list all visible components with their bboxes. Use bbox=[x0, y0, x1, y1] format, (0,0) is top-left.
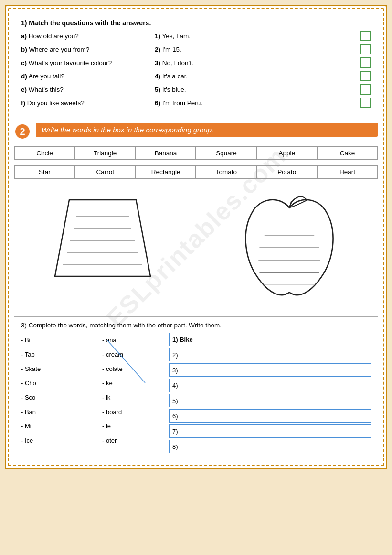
answer-1: 1) Yes, I am. bbox=[155, 33, 357, 40]
answer-box-5[interactable]: 5) bbox=[169, 394, 371, 407]
left-bi: - Bi bbox=[21, 333, 97, 347]
section3-title: 3) Complete the words, matching them wit… bbox=[21, 322, 371, 329]
word-heart: Heart bbox=[317, 165, 378, 178]
left-skate: - Skate bbox=[21, 361, 97, 376]
section2-number: 2 bbox=[14, 123, 31, 140]
match-row-f: f) Do you like sweets? 6) I'm from Peru. bbox=[21, 98, 371, 108]
right-lk: - lk bbox=[102, 390, 164, 404]
col-right: 1) Bike 2) 3) 4) 5) 6) 7) 8) bbox=[169, 333, 371, 455]
question-c: c) What's your favourite colour? bbox=[21, 59, 155, 66]
section3: 3) Complete the words, matching them wit… bbox=[14, 316, 378, 460]
word-apple: Apple bbox=[256, 147, 317, 160]
right-cream: - cream bbox=[102, 347, 164, 361]
answer-6: 6) I'm from Peru. bbox=[155, 99, 357, 107]
word-triangle: Triangle bbox=[75, 147, 136, 160]
match-row-e: e) What's this? 5) It's blue. bbox=[21, 84, 371, 95]
word-banana: Banana bbox=[136, 147, 196, 160]
checkbox-6[interactable] bbox=[360, 98, 371, 108]
checkbox-4[interactable] bbox=[360, 71, 371, 81]
left-ban: - Ban bbox=[21, 404, 97, 419]
word-star: Star bbox=[14, 165, 75, 178]
match-row-c: c) What's your favourite colour? 3) No, … bbox=[21, 57, 371, 68]
right-oter: - oter bbox=[102, 433, 164, 447]
word-grid-row1: Circle Triangle Banana Square Apple Cake bbox=[14, 146, 378, 160]
page: ESLprintables.com 1) Match the questions… bbox=[5, 5, 387, 469]
word-circle: Circle bbox=[14, 147, 75, 160]
word-potato: Potato bbox=[256, 165, 317, 178]
word-carrot: Carrot bbox=[75, 165, 136, 178]
section1: 1) Match the questions with the answers.… bbox=[14, 14, 378, 116]
drawing-area bbox=[14, 185, 378, 310]
trapezoid-svg bbox=[50, 190, 155, 286]
answer-box-8[interactable]: 8) bbox=[169, 440, 371, 453]
left-cho: - Cho bbox=[21, 376, 97, 390]
apple-container bbox=[232, 190, 347, 305]
checkbox-3[interactable] bbox=[360, 57, 371, 68]
svg-marker-0 bbox=[55, 200, 150, 276]
answer-box-3[interactable]: 3) bbox=[169, 363, 371, 377]
right-colate: - colate bbox=[102, 361, 164, 376]
answer-box-4[interactable]: 4) bbox=[169, 379, 371, 392]
answer-box-2[interactable]: 2) bbox=[169, 348, 371, 361]
right-ana: - ana bbox=[102, 333, 164, 347]
left-tab: - Tab bbox=[21, 347, 97, 361]
answer-2: 2) I'm 15. bbox=[155, 46, 357, 53]
word-tomato: Tomato bbox=[196, 165, 256, 178]
section2-header: Write the words in the box in the corres… bbox=[36, 123, 378, 137]
answer-5: 5) It's blue. bbox=[155, 86, 357, 93]
question-d: d) Are you tall? bbox=[21, 73, 155, 80]
checkbox-1[interactable] bbox=[360, 31, 371, 41]
question-e: e) What's this? bbox=[21, 86, 155, 93]
shapes-container bbox=[45, 190, 160, 295]
answer-box-6[interactable]: 6) bbox=[169, 409, 371, 423]
match-row-d: d) Are you tall? 4) It's a car. bbox=[21, 71, 371, 81]
right-board: - board bbox=[102, 404, 164, 419]
match-row-a: a) How old are you? 1) Yes, I am. bbox=[21, 31, 371, 41]
left-ice: - Ice bbox=[21, 433, 97, 447]
col-left: - Bi - Tab - Skate - Cho - Sco - Ban - M… bbox=[21, 333, 97, 455]
word-square: Square bbox=[196, 147, 256, 160]
col-middle: - ana - cream - colate - ke - lk - board… bbox=[102, 333, 164, 455]
question-b: b) Where are you from? bbox=[21, 46, 155, 53]
word-cake: Cake bbox=[317, 147, 378, 160]
question-f: f) Do you like sweets? bbox=[21, 99, 155, 107]
answer-box-7[interactable]: 7) bbox=[169, 424, 371, 438]
checkbox-2[interactable] bbox=[360, 44, 371, 54]
word-grid-row2: Star Carrot Rectangle Tomato Potato Hear… bbox=[14, 165, 378, 179]
word-rectangle: Rectangle bbox=[136, 165, 196, 178]
answer-4: 4) It's a car. bbox=[155, 73, 357, 80]
checkbox-5[interactable] bbox=[360, 84, 371, 95]
word-match-area: - Bi - Tab - Skate - Cho - Sco - Ban - M… bbox=[21, 333, 371, 455]
answer-box-1[interactable]: 1) Bike bbox=[169, 333, 371, 346]
left-sco: - Sco bbox=[21, 390, 97, 404]
left-mi: - Mi bbox=[21, 419, 97, 433]
answer-3: 3) No, I don't. bbox=[155, 59, 357, 66]
match-row-b: b) Where are you from? 2) I'm 15. bbox=[21, 44, 371, 54]
right-ke: - ke bbox=[102, 376, 164, 390]
section2-title: Write the words in the box in the corres… bbox=[42, 126, 213, 134]
section1-title: 1) Match the questions with the answers. bbox=[21, 19, 371, 27]
right-le: - le bbox=[102, 419, 164, 433]
question-a: a) How old are you? bbox=[21, 33, 155, 40]
apple-svg bbox=[232, 190, 347, 305]
